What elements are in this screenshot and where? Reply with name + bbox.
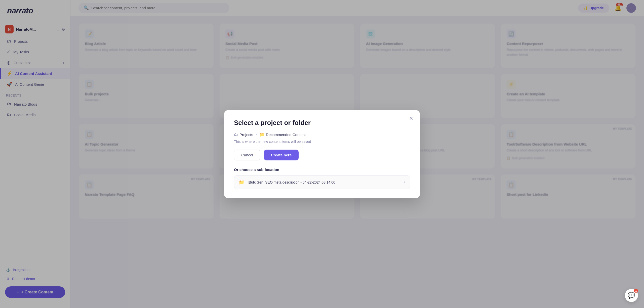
modal-title: Select a project or folder [234,119,410,127]
breadcrumb-separator: › [256,133,257,137]
breadcrumb-projects[interactable]: 🗂 Projects [234,132,253,137]
modal-close-button[interactable]: ✕ [407,114,415,122]
select-project-modal: ✕ Select a project or folder 🗂 Projects … [224,110,420,198]
create-here-button[interactable]: Create here [264,150,299,160]
sub-location-item[interactable]: 📁 [Bulk Gen] SEO meta description - 04-2… [234,175,410,189]
sub-location-title: Or choose a sub-location [234,167,410,172]
breadcrumb-sub-label: Recommended Content [266,133,306,137]
breadcrumb-recommended-content[interactable]: 📁 Recommended Content [259,132,306,137]
folder-icon: 🗂 [234,132,238,137]
chat-badge: 1 [634,289,638,293]
save-note: This is where the new content items will… [234,140,410,144]
folder-icon: 📁 [239,180,244,185]
chat-icon: 💬 [628,292,635,299]
chevron-right-icon: › [404,180,405,185]
modal-action-buttons: Cancel Create here [234,150,410,160]
chat-bubble[interactable]: 💬 1 [625,289,638,302]
cancel-button[interactable]: Cancel [234,150,260,160]
breadcrumb-projects-label: Projects [239,133,253,137]
breadcrumb: 🗂 Projects › 📁 Recommended Content [234,132,410,137]
modal-overlay[interactable]: ✕ Select a project or folder 🗂 Projects … [0,0,644,308]
sub-location-label: [Bulk Gen] SEO meta description - 04-22-… [248,180,400,184]
folder-open-icon: 📁 [259,132,264,137]
